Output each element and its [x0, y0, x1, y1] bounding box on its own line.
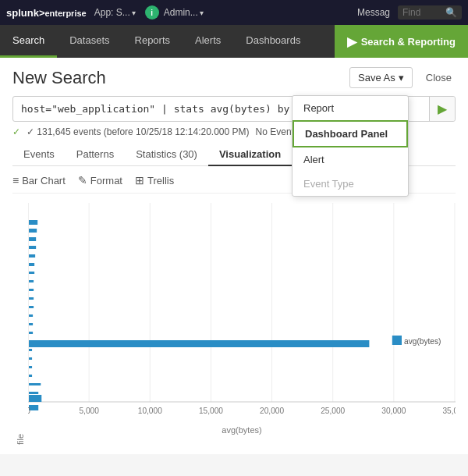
svg-text:0: 0 — [28, 407, 30, 415]
app-label[interactable]: App: S... — [94, 7, 130, 18]
find-input[interactable] — [402, 7, 445, 18]
svg-rect-18 — [29, 280, 34, 282]
main-content: New Search Save As ▾ Close Report Dashbo… — [0, 58, 468, 454]
svg-text:15,000: 15,000 — [199, 407, 223, 415]
dropdown-item-event-type: Event Type — [292, 172, 408, 196]
svg-rect-24 — [29, 332, 33, 334]
y-axis-label: file — [12, 203, 28, 445]
svg-rect-9 — [29, 395, 41, 402]
svg-rect-22 — [29, 314, 33, 317]
svg-text:25,000: 25,000 — [321, 407, 345, 415]
status-events: ✓ 131,645 events (before 10/25/18 12:14:… — [27, 126, 250, 137]
top-bar: splunk>enterprise App: S... ▾ i Admin...… — [0, 0, 468, 25]
top-bar-right: Messag 🔍 — [357, 5, 462, 20]
bar-chart-icon: ≡ — [12, 174, 19, 186]
logo-suffix: enterprise — [45, 9, 87, 18]
logo: splunk>enterprise — [6, 7, 87, 19]
chevron-down-icon-2[interactable]: ▾ — [200, 9, 204, 17]
trellis-tool[interactable]: ⊞ Trellis — [135, 174, 174, 186]
page-title: New Search — [12, 68, 106, 88]
svg-rect-16 — [29, 263, 34, 266]
format-icon: ✎ — [78, 174, 87, 186]
svg-rect-14 — [29, 246, 36, 249]
messaging-label[interactable]: Messag — [357, 7, 390, 18]
header-row: New Search Save As ▾ Close Report Dashbo… — [12, 67, 456, 88]
chart-area: file — [12, 203, 456, 445]
svg-rect-12 — [29, 229, 37, 233]
tab-patterns[interactable]: Patterns — [66, 144, 125, 166]
svg-rect-19 — [29, 289, 34, 291]
svg-text:30,000: 30,000 — [381, 407, 406, 415]
svg-rect-40 — [392, 336, 402, 345]
save-as-label: Save As — [358, 72, 395, 83]
tab-statistics[interactable]: Statistics (30) — [125, 144, 208, 166]
svg-rect-26 — [29, 349, 32, 351]
nav-bar: Search Datasets Reports Alerts Dashboard… — [0, 25, 468, 58]
sidebar-item-alerts[interactable]: Alerts — [183, 25, 233, 58]
nav-right-label: Search & Reporting — [361, 36, 456, 48]
chart-inner: 0 5,000 10,000 15,000 20,000 25,000 30,0… — [28, 203, 456, 445]
sidebar-item-dashboards[interactable]: Dashboards — [233, 25, 313, 58]
svg-text:10,000: 10,000 — [138, 407, 162, 415]
sidebar-item-datasets[interactable]: Datasets — [57, 25, 122, 58]
svg-rect-21 — [29, 306, 34, 308]
sidebar-item-search[interactable]: Search — [0, 25, 57, 58]
brand-icon: ▶ — [347, 34, 356, 49]
bar-chart-tool[interactable]: ≡ Bar Chart — [12, 174, 66, 186]
svg-rect-28 — [29, 366, 32, 368]
svg-rect-11 — [29, 220, 37, 225]
bar-chart-svg: 0 5,000 10,000 15,000 20,000 25,000 30,0… — [28, 203, 456, 421]
find-bar[interactable]: 🔍 — [398, 5, 462, 20]
svg-text:35,000: 35,000 — [442, 407, 456, 415]
bar-chart-label: Bar Chart — [22, 175, 66, 186]
svg-text:avg(bytes): avg(bytes) — [404, 337, 441, 346]
svg-text:20,000: 20,000 — [260, 407, 284, 415]
tab-events[interactable]: Events — [12, 144, 66, 166]
trellis-label: Trellis — [147, 175, 174, 186]
x-axis-label: avg(bytes) — [28, 425, 456, 435]
info-icon: i — [145, 5, 159, 20]
trellis-icon: ⊞ — [135, 174, 144, 186]
search-icon: 🔍 — [445, 7, 457, 18]
dropdown-item-alert[interactable]: Alert — [292, 147, 408, 172]
svg-rect-15 — [29, 254, 35, 258]
svg-rect-25 — [29, 340, 369, 347]
logo-text: splunk> — [6, 7, 45, 19]
save-as-dropdown: Report Dashboard Panel Alert Event Type — [292, 95, 409, 197]
tab-visualization[interactable]: Visualization — [208, 144, 292, 166]
svg-rect-31 — [29, 392, 38, 394]
svg-rect-29 — [29, 375, 32, 377]
nav-right-brand: ▶ Search & Reporting — [335, 25, 468, 58]
status-check-icon: ✓ — [12, 126, 20, 137]
svg-text:5,000: 5,000 — [79, 407, 99, 415]
chevron-down-icon[interactable]: ▾ — [132, 9, 136, 17]
svg-rect-23 — [29, 323, 33, 325]
save-as-button[interactable]: Save As ▾ — [349, 67, 413, 88]
dropdown-item-dashboard-panel[interactable]: Dashboard Panel — [292, 120, 408, 147]
svg-rect-17 — [29, 272, 34, 274]
close-button[interactable]: Close — [422, 68, 456, 87]
dropdown-item-report[interactable]: Report — [292, 96, 408, 120]
svg-rect-20 — [29, 297, 34, 300]
sidebar-item-reports[interactable]: Reports — [122, 25, 183, 58]
format-label: Format — [90, 175, 122, 186]
format-tool[interactable]: ✎ Format — [78, 174, 122, 186]
svg-rect-30 — [29, 383, 41, 385]
header-actions: Save As ▾ Close Report Dashboard Panel A… — [349, 67, 456, 88]
admin-label[interactable]: Admin... — [164, 7, 198, 18]
svg-rect-27 — [29, 357, 32, 360]
run-search-button[interactable]: ▶ — [429, 97, 455, 121]
svg-rect-13 — [29, 237, 36, 241]
chevron-down-icon-3: ▾ — [399, 72, 404, 83]
info-circle: i — [145, 5, 159, 20]
